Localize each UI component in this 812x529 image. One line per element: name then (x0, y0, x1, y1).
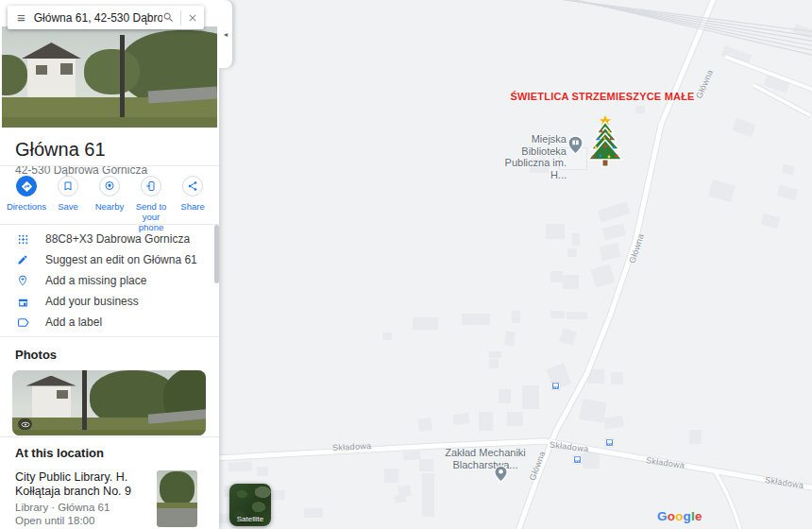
map-canvas[interactable]: ŚWIETLICA STRZEMIESZYCE MAŁE Miejska Bib… (219, 0, 812, 529)
christmas-tree-marker[interactable] (584, 114, 626, 168)
photos-section: Photos (0, 338, 219, 435)
business-poi-label[interactable]: Zakład Mechaniki Blacharstwa... (445, 447, 526, 470)
place-panel: ≡ Główna 61, 42-530 Dąbrowa Górnicza Głó… (0, 0, 219, 529)
divider (0, 336, 219, 337)
railway-lines (536, 0, 812, 56)
streetview-hero-photo[interactable] (2, 26, 217, 128)
business-pin-icon[interactable] (494, 465, 508, 483)
directions-icon (16, 176, 37, 196)
add-label-item[interactable]: Add a label (0, 312, 219, 333)
search-divider (180, 10, 181, 26)
location-title: City Public Library. H. Kołłątaja branch… (15, 470, 151, 499)
page-title: Główna 61 (15, 139, 204, 161)
action-buttons-row: Directions Save Nearby Send to your phon… (0, 166, 219, 232)
add-business-item[interactable]: Add your business (0, 291, 219, 312)
bookmark-icon (58, 176, 78, 196)
google-logo: Google (657, 509, 702, 523)
sidebar-scrollbar[interactable] (214, 225, 219, 283)
photo-thumbnail[interactable] (12, 370, 206, 435)
plus-code-icon (15, 231, 30, 247)
bus-stop-icon[interactable] (605, 438, 614, 447)
location-hours: Open until 18:00 (15, 515, 151, 526)
library-pin-icon[interactable] (567, 135, 584, 155)
add-missing-place-item[interactable]: Add a missing place (0, 270, 219, 291)
storefront-icon (15, 294, 30, 309)
search-bar[interactable]: ≡ Główna 61, 42-530 Dąbrowa Górnicza (8, 6, 204, 29)
suggest-edit-item[interactable]: Suggest an edit on Główna 61 (0, 249, 219, 270)
bus-stop-icon[interactable] (573, 455, 582, 464)
add-place-icon (15, 273, 30, 288)
custom-place-label[interactable]: ŚWIETLICA STRZEMIESZYCE MAŁE (510, 91, 694, 102)
share-icon (182, 176, 203, 196)
bus-stop-icon[interactable] (551, 382, 560, 390)
label-icon (15, 315, 30, 330)
place-menu-list: 88C8+X3 Dabrowa Gornicza Suggest an edit… (0, 225, 219, 336)
search-input[interactable]: Główna 61, 42-530 Dąbrowa Górnicza (34, 11, 162, 25)
location-list-item[interactable]: City Public Library. H. Kołłątaja branch… (15, 470, 204, 527)
location-meta: Library · Główna 61 (15, 502, 151, 513)
hamburger-menu-icon[interactable]: ≡ (17, 10, 25, 25)
at-this-location-section: At this location City Public Library. H.… (0, 437, 219, 527)
photos-heading: Photos (15, 348, 204, 362)
plus-code-item[interactable]: 88C8+X3 Dabrowa Gornicza (0, 229, 219, 249)
collapse-panel-arrow[interactable]: ◄ (219, 0, 232, 68)
pano-360-icon (18, 418, 32, 430)
search-icon[interactable] (162, 11, 175, 24)
at-this-location-heading: At this location (15, 446, 204, 460)
close-icon[interactable] (187, 12, 198, 24)
nearby-icon (99, 176, 120, 196)
pencil-icon (15, 252, 30, 267)
satellite-toggle-button[interactable]: Satellite (229, 484, 271, 526)
library-poi-label[interactable]: Miejska Biblioteka Publiczna im. H... (502, 133, 567, 180)
smartphone-icon (141, 176, 161, 196)
location-thumbnail[interactable] (157, 470, 197, 527)
